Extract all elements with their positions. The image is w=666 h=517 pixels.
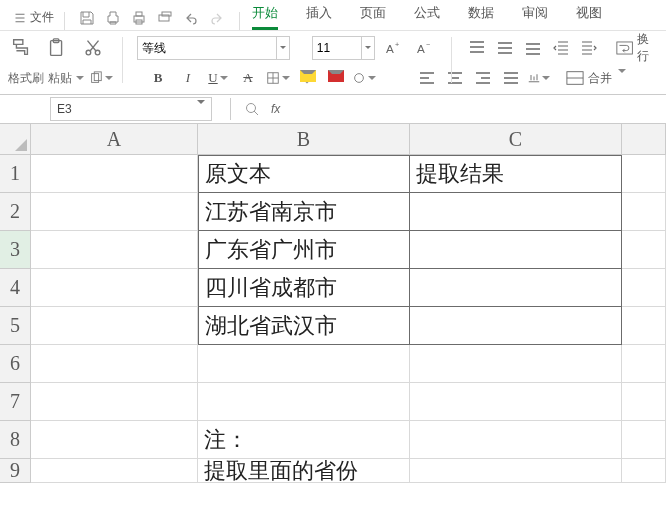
cell-B9[interactable]: 提取里面的省份: [198, 459, 410, 483]
cell-A8[interactable]: [31, 421, 198, 459]
cell-B7[interactable]: [198, 383, 410, 421]
cut-icon[interactable]: [78, 35, 108, 61]
tab-page[interactable]: 页面: [360, 0, 386, 30]
cell-C4[interactable]: [410, 269, 622, 307]
name-box-dropdown-icon[interactable]: [197, 102, 205, 116]
tab-formula[interactable]: 公式: [414, 0, 440, 30]
row-header-6[interactable]: 6: [0, 345, 31, 383]
file-menu[interactable]: 文件: [8, 5, 60, 30]
redo-icon[interactable]: [209, 10, 225, 26]
align-bottom-icon[interactable]: [522, 38, 544, 58]
column-header-B[interactable]: B: [198, 124, 410, 155]
font-color-button[interactable]: A: [324, 68, 346, 88]
row-header-4[interactable]: 4: [0, 269, 31, 307]
tab-insert[interactable]: 插入: [306, 0, 332, 30]
row-header-5[interactable]: 5: [0, 307, 31, 345]
font-size-input[interactable]: [312, 36, 362, 60]
decrease-font-icon[interactable]: A−: [414, 37, 437, 59]
row-header-7[interactable]: 7: [0, 383, 31, 421]
italic-button[interactable]: I: [176, 67, 200, 89]
row-header-8[interactable]: 8: [0, 421, 31, 459]
tab-data[interactable]: 数据: [468, 0, 494, 30]
cell-A4[interactable]: [31, 269, 198, 307]
cell-X3[interactable]: [622, 231, 666, 269]
cell-C3[interactable]: [410, 231, 622, 269]
cell-A9[interactable]: [31, 459, 198, 483]
font-name-input[interactable]: [137, 36, 277, 60]
font-name-select[interactable]: [137, 36, 290, 60]
cell-C6[interactable]: [410, 345, 622, 383]
font-name-dropdown-icon[interactable]: [277, 36, 290, 60]
cell-B2[interactable]: 江苏省南京市: [198, 193, 410, 231]
cancel-formula-icon[interactable]: [245, 102, 259, 116]
cell-A6[interactable]: [31, 345, 198, 383]
cell-B8[interactable]: 注：: [198, 421, 410, 459]
name-box[interactable]: E3: [50, 97, 212, 121]
row-header-9[interactable]: 9: [0, 459, 31, 483]
align-right-icon[interactable]: [472, 68, 494, 88]
select-all-corner[interactable]: [0, 124, 31, 155]
border-dropdown-icon[interactable]: [266, 67, 290, 89]
cell-C9[interactable]: [410, 459, 622, 483]
cell-X4[interactable]: [622, 269, 666, 307]
font-size-select[interactable]: [312, 36, 375, 60]
wrap-text-button[interactable]: 换行: [616, 31, 660, 65]
cell-C5[interactable]: [410, 307, 622, 345]
row-header-1[interactable]: 1: [0, 155, 31, 193]
spreadsheet[interactable]: ABC123456789原文本提取结果江苏省南京市广东省广州市四川省成都市湖北省…: [0, 124, 666, 517]
tab-view[interactable]: 视图: [576, 0, 602, 30]
print-all-icon[interactable]: [157, 10, 173, 26]
orientation-dropdown-icon[interactable]: [528, 68, 550, 88]
cell-C8[interactable]: [410, 421, 622, 459]
column-header-C[interactable]: C: [410, 124, 622, 155]
increase-font-icon[interactable]: A+: [383, 37, 406, 59]
cell-A7[interactable]: [31, 383, 198, 421]
align-middle-icon[interactable]: [494, 38, 516, 58]
cell-B5[interactable]: 湖北省武汉市: [198, 307, 410, 345]
indent-decrease-icon[interactable]: [550, 38, 572, 58]
cell-C7[interactable]: [410, 383, 622, 421]
formula-input[interactable]: [284, 98, 666, 120]
fill-color-button[interactable]: [296, 68, 318, 88]
strikethrough-button[interactable]: A: [236, 67, 260, 89]
align-center-icon[interactable]: [444, 68, 466, 88]
cell-B3[interactable]: 广东省广州市: [198, 231, 410, 269]
fx-label[interactable]: fx: [271, 102, 280, 116]
cell-B6[interactable]: [198, 345, 410, 383]
paste-dropdown[interactable]: 粘贴: [46, 68, 86, 88]
bold-button[interactable]: B: [146, 67, 170, 89]
align-justify-icon[interactable]: [500, 68, 522, 88]
tab-review[interactable]: 审阅: [522, 0, 548, 30]
cell-B1[interactable]: 原文本: [198, 155, 410, 193]
cell-X9[interactable]: [622, 459, 666, 483]
paste-icon[interactable]: [42, 35, 72, 61]
cell-X6[interactable]: [622, 345, 666, 383]
cell-X7[interactable]: [622, 383, 666, 421]
column-header-extra[interactable]: [622, 124, 666, 155]
cell-B4[interactable]: 四川省成都市: [198, 269, 410, 307]
align-top-icon[interactable]: [466, 38, 488, 58]
align-left-icon[interactable]: [416, 68, 438, 88]
tab-start[interactable]: 开始: [252, 0, 278, 30]
cell-C2[interactable]: [410, 193, 622, 231]
cell-X8[interactable]: [622, 421, 666, 459]
copy-dropdown-icon[interactable]: [86, 68, 116, 88]
cell-X1[interactable]: [622, 155, 666, 193]
save-icon[interactable]: [79, 10, 95, 26]
format-painter-label[interactable]: 格式刷: [6, 68, 46, 88]
undo-icon[interactable]: [183, 10, 199, 26]
format-painter-icon[interactable]: [6, 35, 36, 61]
column-header-A[interactable]: A: [31, 124, 198, 155]
underline-button[interactable]: U: [206, 67, 230, 89]
merge-dropdown-icon[interactable]: [616, 71, 622, 85]
merge-button[interactable]: 合并: [566, 70, 622, 87]
row-header-2[interactable]: 2: [0, 193, 31, 231]
indent-increase-icon[interactable]: [578, 38, 600, 58]
cell-X5[interactable]: [622, 307, 666, 345]
cell-A3[interactable]: [31, 231, 198, 269]
cell-A1[interactable]: [31, 155, 198, 193]
font-size-dropdown-icon[interactable]: [362, 36, 375, 60]
print-preview-icon[interactable]: [105, 10, 121, 26]
cell-X2[interactable]: [622, 193, 666, 231]
cell-A5[interactable]: [31, 307, 198, 345]
